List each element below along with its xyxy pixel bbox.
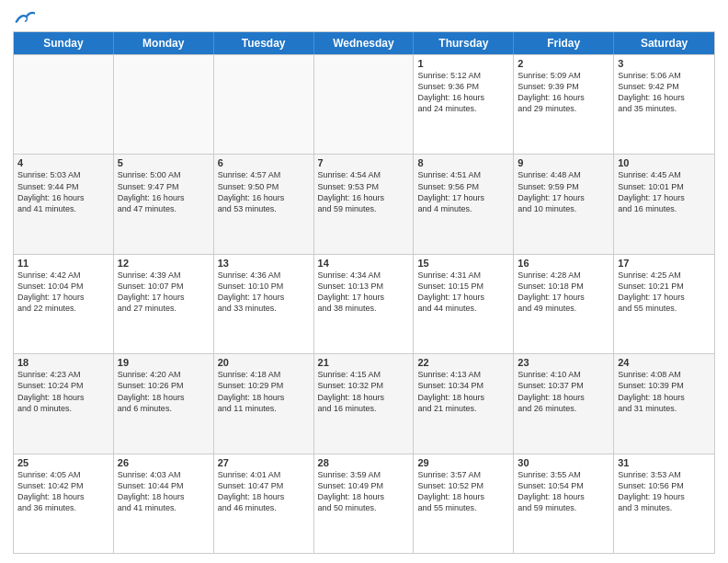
calendar-cell: 16Sunrise: 4:28 AM Sunset: 10:18 PM Dayl…: [514, 255, 614, 353]
calendar-row: 4Sunrise: 5:03 AM Sunset: 9:44 PM Daylig…: [14, 154, 714, 253]
day-info: Sunrise: 4:10 AM Sunset: 10:37 PM Daylig…: [518, 369, 609, 414]
calendar-cell: 21Sunrise: 4:15 AM Sunset: 10:32 PM Dayl…: [314, 354, 415, 453]
day-info: Sunrise: 4:36 AM Sunset: 10:10 PM Daylig…: [218, 270, 310, 315]
day-number: 23: [518, 357, 609, 368]
calendar-cell: [314, 55, 415, 154]
day-number: 27: [218, 457, 310, 468]
cal-header-cell: Sunday: [14, 32, 114, 54]
day-number: 1: [417, 58, 509, 69]
day-number: 4: [17, 157, 109, 168]
day-info: Sunrise: 4:51 AM Sunset: 9:56 PM Dayligh…: [417, 169, 509, 214]
calendar-row: 1Sunrise: 5:12 AM Sunset: 9:36 PM Daylig…: [14, 54, 714, 154]
day-info: Sunrise: 4:25 AM Sunset: 10:21 PM Daylig…: [618, 270, 711, 315]
day-info: Sunrise: 3:57 AM Sunset: 10:52 PM Daylig…: [417, 469, 509, 514]
calendar-cell: 13Sunrise: 4:36 AM Sunset: 10:10 PM Dayl…: [214, 255, 314, 353]
calendar-cell: 25Sunrise: 4:05 AM Sunset: 10:42 PM Dayl…: [14, 454, 114, 553]
calendar-row: 18Sunrise: 4:23 AM Sunset: 10:24 PM Dayl…: [14, 353, 714, 453]
day-info: Sunrise: 4:01 AM Sunset: 10:47 PM Daylig…: [218, 469, 310, 514]
calendar-row: 11Sunrise: 4:42 AM Sunset: 10:04 PM Dayl…: [14, 254, 714, 353]
calendar-cell: 2Sunrise: 5:09 AM Sunset: 9:39 PM Daylig…: [514, 55, 614, 154]
day-info: Sunrise: 4:05 AM Sunset: 10:42 PM Daylig…: [17, 469, 109, 514]
calendar-cell: 11Sunrise: 4:42 AM Sunset: 10:04 PM Dayl…: [14, 255, 114, 353]
calendar-cell: 17Sunrise: 4:25 AM Sunset: 10:21 PM Dayl…: [614, 255, 714, 353]
day-info: Sunrise: 5:06 AM Sunset: 9:42 PM Dayligh…: [618, 70, 711, 115]
calendar-cell: [14, 55, 114, 154]
day-number: 12: [118, 258, 210, 269]
day-number: 28: [318, 457, 410, 468]
day-number: 17: [618, 258, 711, 269]
day-number: 6: [218, 157, 310, 168]
calendar-cell: 29Sunrise: 3:57 AM Sunset: 10:52 PM Dayl…: [414, 454, 514, 553]
day-info: Sunrise: 4:31 AM Sunset: 10:15 PM Daylig…: [417, 270, 509, 315]
day-info: Sunrise: 3:53 AM Sunset: 10:56 PM Daylig…: [618, 469, 711, 514]
cal-header-cell: Friday: [514, 32, 614, 54]
day-number: 21: [318, 357, 410, 368]
calendar-cell: 22Sunrise: 4:13 AM Sunset: 10:34 PM Dayl…: [414, 354, 514, 453]
calendar-cell: 5Sunrise: 5:00 AM Sunset: 9:47 PM Daylig…: [114, 155, 214, 253]
calendar-cell: 19Sunrise: 4:20 AM Sunset: 10:26 PM Dayl…: [114, 354, 214, 453]
calendar-header: SundayMondayTuesdayWednesdayThursdayFrid…: [14, 32, 714, 54]
day-info: Sunrise: 4:18 AM Sunset: 10:29 PM Daylig…: [218, 369, 310, 414]
calendar-cell: 6Sunrise: 4:57 AM Sunset: 9:50 PM Daylig…: [214, 155, 314, 253]
day-info: Sunrise: 4:45 AM Sunset: 10:01 PM Daylig…: [618, 169, 711, 214]
day-info: Sunrise: 4:03 AM Sunset: 10:44 PM Daylig…: [118, 469, 210, 514]
day-info: Sunrise: 5:00 AM Sunset: 9:47 PM Dayligh…: [118, 169, 210, 214]
calendar-cell: 20Sunrise: 4:18 AM Sunset: 10:29 PM Dayl…: [214, 354, 314, 453]
day-info: Sunrise: 4:15 AM Sunset: 10:32 PM Daylig…: [318, 369, 410, 414]
day-number: 24: [618, 357, 711, 368]
day-number: 22: [417, 357, 509, 368]
day-info: Sunrise: 5:09 AM Sunset: 9:39 PM Dayligh…: [518, 70, 609, 115]
calendar-body: 1Sunrise: 5:12 AM Sunset: 9:36 PM Daylig…: [14, 54, 714, 553]
day-info: Sunrise: 4:08 AM Sunset: 10:39 PM Daylig…: [618, 369, 711, 414]
cal-header-cell: Tuesday: [214, 32, 314, 54]
day-info: Sunrise: 4:34 AM Sunset: 10:13 PM Daylig…: [318, 270, 410, 315]
day-number: 20: [218, 357, 310, 368]
calendar-cell: 27Sunrise: 4:01 AM Sunset: 10:47 PM Dayl…: [214, 454, 314, 553]
day-number: 16: [518, 258, 609, 269]
calendar-cell: 24Sunrise: 4:08 AM Sunset: 10:39 PM Dayl…: [614, 354, 714, 453]
day-number: 31: [618, 457, 711, 468]
day-info: Sunrise: 4:13 AM Sunset: 10:34 PM Daylig…: [417, 369, 509, 414]
calendar: SundayMondayTuesdayWednesdayThursdayFrid…: [13, 31, 715, 554]
day-info: Sunrise: 4:48 AM Sunset: 9:59 PM Dayligh…: [518, 169, 609, 214]
day-info: Sunrise: 4:42 AM Sunset: 10:04 PM Daylig…: [17, 270, 109, 315]
day-info: Sunrise: 4:54 AM Sunset: 9:53 PM Dayligh…: [318, 169, 410, 214]
cal-header-cell: Saturday: [614, 32, 714, 54]
calendar-cell: 4Sunrise: 5:03 AM Sunset: 9:44 PM Daylig…: [14, 155, 114, 253]
day-number: 10: [618, 157, 711, 168]
day-number: 18: [17, 357, 109, 368]
day-number: 8: [417, 157, 509, 168]
calendar-cell: 26Sunrise: 4:03 AM Sunset: 10:44 PM Dayl…: [114, 454, 214, 553]
calendar-cell: 23Sunrise: 4:10 AM Sunset: 10:37 PM Dayl…: [514, 354, 614, 453]
calendar-row: 25Sunrise: 4:05 AM Sunset: 10:42 PM Dayl…: [14, 454, 714, 553]
day-number: 29: [417, 457, 509, 468]
calendar-cell: [214, 55, 314, 154]
calendar-cell: [114, 55, 214, 154]
cal-header-cell: Thursday: [414, 32, 514, 54]
day-number: 2: [518, 58, 609, 69]
day-number: 5: [118, 157, 210, 168]
logo-bird-icon: [15, 9, 35, 26]
day-info: Sunrise: 4:39 AM Sunset: 10:07 PM Daylig…: [118, 270, 210, 315]
calendar-cell: 8Sunrise: 4:51 AM Sunset: 9:56 PM Daylig…: [414, 155, 514, 253]
calendar-cell: 1Sunrise: 5:12 AM Sunset: 9:36 PM Daylig…: [414, 55, 514, 154]
day-info: Sunrise: 4:20 AM Sunset: 10:26 PM Daylig…: [118, 369, 210, 414]
day-number: 25: [17, 457, 109, 468]
header: [13, 9, 715, 26]
calendar-cell: 12Sunrise: 4:39 AM Sunset: 10:07 PM Dayl…: [114, 255, 214, 353]
calendar-cell: 15Sunrise: 4:31 AM Sunset: 10:15 PM Dayl…: [414, 255, 514, 353]
calendar-cell: 9Sunrise: 4:48 AM Sunset: 9:59 PM Daylig…: [514, 155, 614, 253]
day-number: 13: [218, 258, 310, 269]
day-number: 26: [118, 457, 210, 468]
calendar-cell: 3Sunrise: 5:06 AM Sunset: 9:42 PM Daylig…: [614, 55, 714, 154]
day-info: Sunrise: 5:12 AM Sunset: 9:36 PM Dayligh…: [417, 70, 509, 115]
day-number: 11: [17, 258, 109, 269]
page: SundayMondayTuesdayWednesdayThursdayFrid…: [0, 0, 728, 563]
day-info: Sunrise: 5:03 AM Sunset: 9:44 PM Dayligh…: [17, 169, 109, 214]
day-number: 19: [118, 357, 210, 368]
day-info: Sunrise: 3:55 AM Sunset: 10:54 PM Daylig…: [518, 469, 609, 514]
calendar-cell: 7Sunrise: 4:54 AM Sunset: 9:53 PM Daylig…: [314, 155, 415, 253]
logo: [13, 9, 35, 26]
day-number: 7: [318, 157, 410, 168]
day-info: Sunrise: 4:28 AM Sunset: 10:18 PM Daylig…: [518, 270, 609, 315]
